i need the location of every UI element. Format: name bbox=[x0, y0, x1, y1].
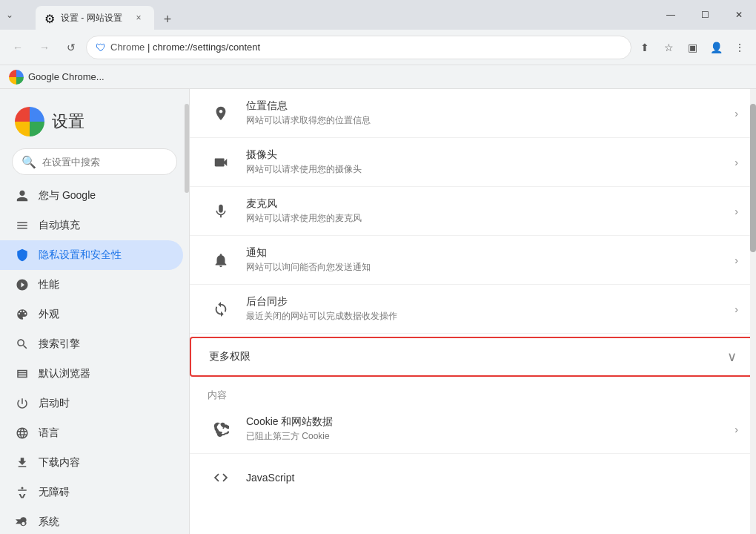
content-scrollbar[interactable] bbox=[750, 89, 756, 534]
search-input[interactable] bbox=[42, 156, 168, 168]
perm-subtitle-background-sync: 最近关闭的网站可以完成数据收发操作 bbox=[246, 310, 735, 323]
restore-button[interactable]: ☐ bbox=[688, 0, 722, 30]
permission-row-js[interactable]: JavaScript bbox=[190, 454, 756, 494]
permission-text-background-sync: 后台同步 最近关闭的网站可以完成数据收发操作 bbox=[246, 295, 735, 323]
media-control-button[interactable]: ▣ bbox=[682, 37, 703, 58]
new-tab-button[interactable]: + bbox=[157, 9, 178, 30]
notifications-icon bbox=[208, 247, 234, 274]
google-logo bbox=[9, 70, 24, 85]
perm-subtitle-cookie: 已阻止第三方 Cookie bbox=[246, 430, 735, 443]
minimize-button[interactable]: — bbox=[654, 0, 688, 30]
profile-button[interactable]: 👤 bbox=[706, 37, 726, 58]
bookmark-button[interactable]: ☆ bbox=[658, 37, 679, 58]
search-icon: 🔍 bbox=[21, 155, 36, 169]
window-controls: — ☐ ✕ bbox=[654, 0, 756, 30]
tab-favicon: ⚙ bbox=[44, 12, 56, 24]
sidebar-item-privacy[interactable]: 隐私设置和安全性 bbox=[0, 240, 183, 270]
sidebar: 设置 🔍 您与 Google 自动填充 隐私设置和安全 bbox=[0, 89, 190, 534]
sidebar-item-language[interactable]: 语言 bbox=[0, 418, 189, 448]
person-icon bbox=[15, 188, 30, 203]
address-text: Chrome | chrome://settings/content bbox=[110, 42, 622, 53]
menu-button[interactable]: ⋮ bbox=[729, 37, 750, 58]
permission-row-microphone[interactable]: 麦克风 网站可以请求使用您的麦克风 › bbox=[190, 187, 756, 236]
reload-button[interactable]: ↺ bbox=[59, 36, 83, 59]
perm-subtitle-location: 网站可以请求取得您的位置信息 bbox=[246, 114, 735, 127]
gauge-icon bbox=[15, 277, 30, 292]
permission-row-notifications[interactable]: 通知 网站可以询问能否向您发送通知 › bbox=[190, 236, 756, 285]
sidebar-scrollbar[interactable] bbox=[185, 89, 189, 534]
forward-button[interactable]: → bbox=[33, 36, 56, 59]
sidebar-item-search[interactable]: 搜索引擎 bbox=[0, 329, 189, 359]
sidebar-item-label: 启动时 bbox=[39, 397, 70, 410]
sidebar-item-google[interactable]: 您与 Google bbox=[0, 181, 189, 211]
content-scroll: 位置信息 网站可以请求取得您的位置信息 › 摄像头 网站可以请求使用您的摄像头 … bbox=[190, 89, 756, 494]
back-button[interactable]: ← bbox=[6, 36, 30, 59]
close-button[interactable]: ✕ bbox=[722, 0, 756, 30]
sidebar-item-system[interactable]: 系统 bbox=[0, 507, 189, 534]
js-icon bbox=[208, 464, 234, 491]
sidebar-item-label: 下载内容 bbox=[39, 456, 80, 469]
location-icon bbox=[208, 100, 234, 127]
sidebar-item-label: 无障碍 bbox=[39, 486, 70, 499]
title-bar: ⌄ ⚙ 设置 - 网站设置 × + — ☐ ✕ bbox=[0, 0, 756, 30]
address-bar: ← → ↺ 🛡 Chrome | chrome://settings/conte… bbox=[0, 30, 756, 65]
address-input-wrap[interactable]: 🛡 Chrome | chrome://settings/content bbox=[86, 36, 631, 59]
address-actions: ⬆ ☆ ▣ 👤 ⋮ bbox=[634, 37, 750, 58]
tab-title: 设置 - 网站设置 bbox=[61, 12, 127, 24]
perm-arrow-location: › bbox=[735, 108, 738, 119]
permission-text-notifications: 通知 网站可以询问能否向您发送通知 bbox=[246, 246, 735, 274]
more-permissions-label: 更多权限 bbox=[209, 350, 727, 363]
window-chevron[interactable]: ⌄ bbox=[0, 0, 19, 30]
share-button[interactable]: ⬆ bbox=[634, 37, 655, 58]
sync-icon bbox=[208, 296, 234, 323]
address-url: chrome://settings/content bbox=[153, 42, 260, 53]
permission-row-location[interactable]: 位置信息 网站可以请求取得您的位置信息 › bbox=[190, 89, 756, 138]
more-permissions-row[interactable]: 更多权限 ∨ bbox=[191, 338, 755, 375]
sidebar-item-label: 外观 bbox=[39, 308, 59, 321]
sidebar-item-autofill[interactable]: 自动填充 bbox=[0, 211, 189, 240]
settings-header: 设置 bbox=[0, 95, 189, 142]
sidebar-item-label: 性能 bbox=[39, 278, 59, 291]
shield-icon bbox=[15, 248, 30, 263]
sidebar-item-label: 搜索引擎 bbox=[39, 337, 80, 351]
perm-arrow-cookie: › bbox=[735, 423, 738, 435]
more-permissions-box: 更多权限 ∨ bbox=[190, 337, 756, 377]
cookie-icon bbox=[208, 416, 234, 443]
search-bar[interactable]: 🔍 bbox=[12, 148, 177, 175]
perm-title-microphone: 麦克风 bbox=[246, 197, 735, 211]
accessibility-icon bbox=[15, 485, 30, 500]
permission-row-background-sync[interactable]: 后台同步 最近关闭的网站可以完成数据收发操作 › bbox=[190, 285, 756, 334]
permission-row-cookie[interactable]: Cookie 和网站数据 已阻止第三方 Cookie › bbox=[190, 405, 756, 454]
perm-title-location: 位置信息 bbox=[246, 99, 735, 113]
sidebar-item-browser[interactable]: 默认浏览器 bbox=[0, 359, 189, 389]
sidebar-item-accessibility[interactable]: 无障碍 bbox=[0, 478, 189, 507]
google-bar: Google Chrome... bbox=[0, 65, 756, 89]
content-section-label: 内容 bbox=[208, 389, 227, 400]
camera-icon bbox=[208, 149, 234, 176]
browser-icon bbox=[15, 366, 30, 381]
settings-title: 设置 bbox=[52, 111, 84, 133]
permission-text-camera: 摄像头 网站可以请求使用您的摄像头 bbox=[246, 148, 735, 176]
tab-close-button[interactable]: × bbox=[132, 11, 145, 24]
sidebar-item-label: 自动填充 bbox=[39, 219, 80, 232]
search-icon bbox=[15, 337, 30, 352]
address-chrome-label: Chrome bbox=[110, 42, 145, 53]
sidebar-item-performance[interactable]: 性能 bbox=[0, 270, 189, 300]
sidebar-item-label: 默认浏览器 bbox=[39, 367, 90, 380]
address-separator: | bbox=[147, 42, 153, 53]
active-tab[interactable]: ⚙ 设置 - 网站设置 × bbox=[36, 6, 154, 30]
sidebar-item-appearance[interactable]: 外观 bbox=[0, 300, 189, 329]
content-section-header: 内容 bbox=[190, 380, 756, 405]
sidebar-item-downloads[interactable]: 下载内容 bbox=[0, 448, 189, 478]
globe-icon bbox=[15, 426, 30, 441]
perm-title-notifications: 通知 bbox=[246, 246, 735, 260]
perm-title-cookie: Cookie 和网站数据 bbox=[246, 415, 735, 429]
permission-row-camera[interactable]: 摄像头 网站可以请求使用您的摄像头 › bbox=[190, 138, 756, 187]
perm-title-background-sync: 后台同步 bbox=[246, 295, 735, 309]
sidebar-item-startup[interactable]: 启动时 bbox=[0, 389, 189, 418]
address-shield-icon: 🛡 bbox=[96, 42, 106, 53]
content-scroll-thumb bbox=[750, 104, 756, 252]
autofill-icon bbox=[15, 218, 30, 233]
sidebar-item-label: 系统 bbox=[39, 515, 59, 529]
search-bar-wrap: 🔍 bbox=[0, 142, 189, 181]
